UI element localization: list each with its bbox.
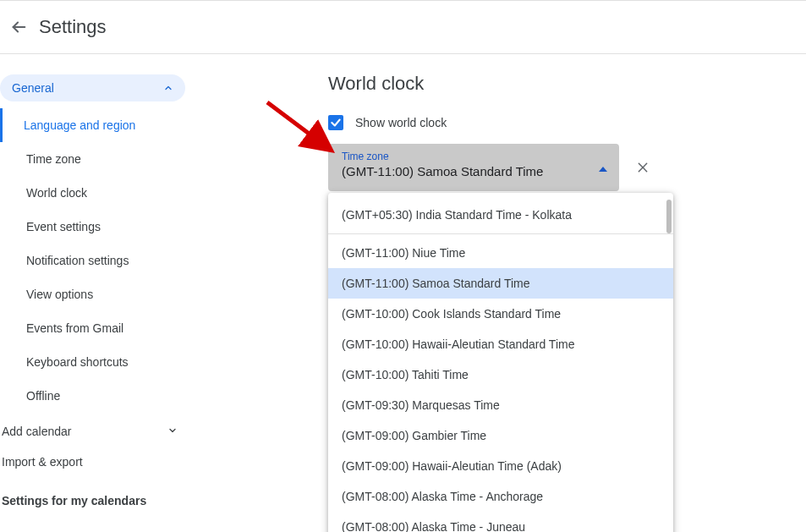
sidebar-footer-label: Settings for my calendars (0, 474, 188, 507)
close-icon (636, 161, 650, 174)
sidebar-item-event-settings[interactable]: Event settings (0, 210, 188, 244)
menu-item[interactable]: (GMT-09:30) Marquesas Time (328, 390, 673, 420)
arrow-left-icon (9, 18, 28, 36)
sidebar-item-notification-settings[interactable]: Notification settings (0, 244, 188, 277)
remove-timezone-button[interactable] (633, 157, 653, 178)
sidebar-item-label: Add calendar (2, 425, 72, 438)
sidebar-item-view-options[interactable]: View options (0, 277, 188, 311)
menu-item[interactable]: (GMT-10:00) Cook Islands Standard Time (328, 299, 673, 329)
checkbox-label: Show world clock (355, 116, 447, 129)
sidebar-item-offline[interactable]: Offline (0, 379, 188, 413)
checkbox-row: Show world clock (328, 115, 806, 130)
dropdown-float-label: Time zone (342, 151, 585, 162)
section-title: World clock (328, 73, 806, 95)
content-pane: World clock Show world clock Time zone (… (188, 54, 806, 532)
chevron-up-icon (163, 83, 173, 93)
menu-item[interactable]: (GMT-09:00) Gambier Time (328, 420, 673, 451)
sidebar-chip-general[interactable]: General (0, 74, 185, 101)
show-world-clock-checkbox[interactable] (328, 115, 343, 130)
sidebar-item-events-from-gmail[interactable]: Events from Gmail (0, 311, 188, 345)
sidebar-item-time-zone[interactable]: Time zone (0, 142, 188, 176)
menu-item[interactable]: (GMT-11:00) Niue Time (328, 238, 673, 268)
menu-item[interactable]: (GMT-08:00) Alaska Time - Anchorage (328, 481, 673, 512)
menu-item[interactable]: (GMT+05:30) India Standard Time - Kolkat… (328, 200, 673, 230)
main-layout: General Language and region Time zone Wo… (0, 54, 806, 532)
scrollbar-thumb[interactable] (666, 200, 672, 233)
sidebar-item-import-export[interactable]: Import & export (0, 443, 188, 474)
timezone-menu: (GMT+05:30) India Standard Time - Kolkat… (328, 193, 673, 532)
sidebar: General Language and region Time zone Wo… (0, 54, 188, 532)
back-button[interactable] (0, 7, 39, 47)
menu-item[interactable]: (GMT-10:00) Tahiti Time (328, 359, 673, 390)
check-icon (330, 117, 342, 129)
menu-item[interactable]: (GMT-11:00) Samoa Standard Time (328, 268, 673, 299)
menu-divider (328, 233, 673, 234)
caret-up-icon (599, 160, 607, 175)
dropdown-value: (GMT-11:00) Samoa Standard Time (342, 164, 543, 178)
sidebar-item-language-and-region[interactable]: Language and region (0, 108, 188, 142)
menu-item[interactable]: (GMT-08:00) Alaska Time - Juneau (328, 512, 673, 532)
sidebar-item-keyboard-shortcuts[interactable]: Keyboard shortcuts (0, 345, 188, 379)
topbar: Settings (0, 0, 806, 54)
sidebar-item-world-clock[interactable]: World clock (0, 176, 188, 210)
sidebar-chip-label: General (12, 81, 54, 95)
page-title: Settings (39, 16, 107, 38)
timezone-dropdown[interactable]: Time zone (GMT-11:00) Samoa Standard Tim… (328, 144, 619, 191)
menu-item[interactable]: (GMT-10:00) Hawaii-Aleutian Standard Tim… (328, 329, 673, 359)
dropdown-row: Time zone (GMT-11:00) Samoa Standard Tim… (328, 144, 806, 191)
menu-item[interactable]: (GMT-09:00) Hawaii-Aleutian Time (Adak) (328, 451, 673, 481)
sidebar-list: Language and region Time zone World cloc… (0, 108, 188, 413)
chevron-down-icon (167, 425, 178, 438)
sidebar-item-add-calendar[interactable]: Add calendar (0, 413, 178, 443)
